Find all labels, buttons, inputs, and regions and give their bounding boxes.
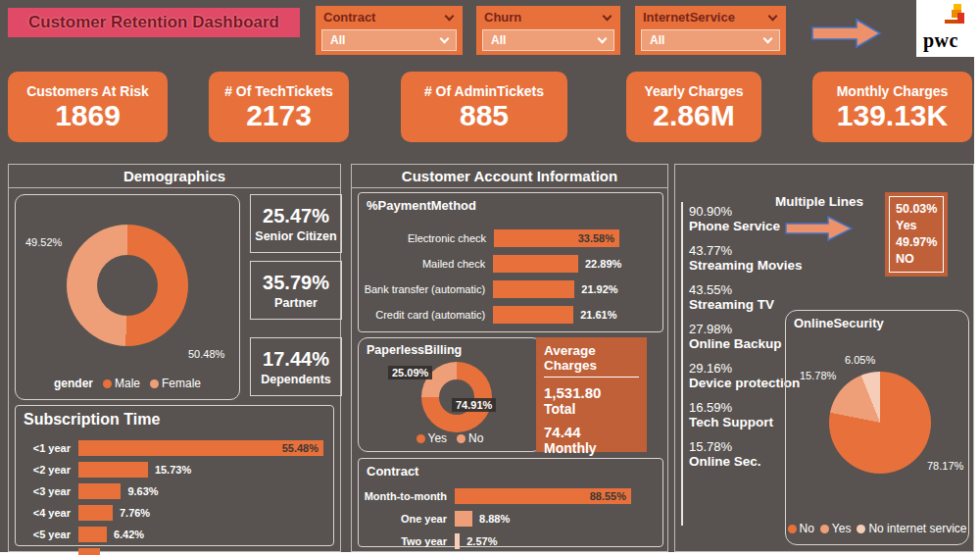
bar-category: <2 year — [22, 464, 78, 476]
dashboard: Customer Retention Dashboard Contract Al… — [0, 0, 974, 552]
bar[interactable]: 55.48% — [78, 440, 323, 456]
service-label: Phone Service — [689, 219, 803, 234]
legend-item-no-internet[interactable]: No internet service — [857, 522, 966, 535]
legend-item-no[interactable]: No — [457, 431, 483, 445]
filter-internetservice-select[interactable]: All — [641, 29, 780, 51]
chevron-down-icon[interactable] — [603, 11, 612, 21]
chevron-down-icon[interactable] — [768, 11, 778, 21]
legend-dot-icon — [820, 525, 829, 533]
paperless-legend: Yes No — [359, 431, 541, 445]
filter-contract[interactable]: Contract All — [316, 6, 463, 55]
pwc-logo-mark-icon — [941, 4, 966, 27]
pie-label-no-internet: 6.05% — [845, 354, 875, 366]
kpi-label: # Of TechTickets — [224, 83, 333, 99]
bar-value: 8.88% — [479, 513, 510, 525]
legend-item-no[interactable]: No — [788, 522, 814, 535]
legend-dot-icon — [788, 525, 797, 533]
kpi-admin-tickets: # Of AdminTickets 885 — [401, 72, 567, 142]
stat-label: Senior Citizen — [255, 229, 336, 243]
filter-value: All — [650, 33, 664, 47]
bar[interactable] — [493, 255, 578, 273]
pie-label-no: 78.17% — [927, 460, 963, 472]
bar[interactable] — [78, 483, 121, 499]
service-item: 90.90% Phone Service — [689, 204, 803, 234]
bar-row: <1 year 55.48% — [22, 437, 327, 459]
kpi-monthly-charges: Monthly Charges 139.13K — [812, 72, 972, 142]
bar[interactable] — [455, 511, 472, 527]
ml-yes-value: 50.03% — [896, 201, 937, 218]
bar-value: 6.42% — [114, 529, 144, 540]
donut-label-yes: 74.91% — [452, 398, 496, 412]
bar-value: 2.57% — [466, 535, 497, 547]
chevron-down-icon[interactable] — [440, 34, 450, 44]
avg-total-label: Total — [544, 401, 639, 417]
chevron-down-icon[interactable] — [598, 34, 608, 44]
legend-dot-icon — [857, 525, 865, 533]
bar[interactable] — [455, 533, 460, 549]
bar-category: <1 year — [22, 442, 78, 454]
bar-category: Credit card (automatic) — [361, 309, 493, 321]
bar-value: 33.58% — [578, 232, 614, 244]
subscription-time-card: Subscription Time <1 year 55.48% <2 year… — [15, 405, 334, 546]
online-security-card: OnlineSecurity 6.05% 15.78% 78.17% No Ye… — [785, 310, 969, 545]
bar[interactable]: 88.55% — [455, 488, 631, 504]
filter-contract-select[interactable]: All — [321, 29, 457, 51]
multiple-lines-box: 50.03% Yes 49.97% NO — [885, 192, 948, 277]
filter-label: Churn — [484, 10, 521, 25]
donut-hole — [97, 255, 158, 316]
legend-item-female[interactable]: Female — [150, 377, 201, 390]
legend-dot-icon — [457, 434, 466, 443]
service-value: 43.77% — [689, 243, 803, 258]
bar-category: Two year — [361, 535, 455, 547]
chevron-down-icon[interactable] — [763, 34, 773, 44]
bar-row: <6year 4.98% — [22, 545, 327, 555]
bar-value: 7.76% — [120, 507, 150, 519]
filter-internetservice[interactable]: InternetService All — [635, 6, 786, 55]
filter-value: All — [491, 33, 506, 47]
bar-row: <2 year 15.73% — [22, 459, 327, 480]
filter-churn-header[interactable]: Churn — [476, 6, 620, 25]
bar[interactable] — [78, 527, 107, 542]
filter-contract-header[interactable]: Contract — [316, 6, 463, 25]
ml-no-label: NO — [896, 251, 937, 268]
bar[interactable] — [78, 548, 100, 555]
bar-row: <5 year 6.42% — [22, 524, 327, 545]
service-label: Streaming Movies — [689, 258, 803, 274]
legend-item-yes[interactable]: Yes — [416, 431, 448, 445]
legend-item-male[interactable]: Male — [103, 377, 140, 390]
kpi-value: 139.13K — [837, 101, 948, 130]
service-item: 43.77% Streaming Movies — [689, 243, 803, 274]
page-title: Customer Retention Dashboard — [8, 8, 300, 37]
header-arrow-icon — [811, 18, 882, 53]
chevron-down-icon[interactable] — [445, 11, 455, 21]
filter-internetservice-header[interactable]: InternetService — [635, 6, 786, 25]
kpi-value: 885 — [460, 101, 509, 130]
bar-category: Month-to-month — [361, 490, 455, 502]
kpi-value: 1869 — [55, 101, 121, 130]
payment-method-card: %PaymentMethod Electronic check 33.58% M… — [358, 192, 663, 332]
online-security-pie[interactable] — [829, 372, 931, 474]
panel-demographics: Demographics 49.52% 50.48% gender Male F… — [8, 164, 341, 552]
bar[interactable] — [78, 505, 113, 521]
bar[interactable] — [78, 462, 148, 478]
bar[interactable]: 33.58% — [494, 229, 619, 247]
filter-churn-select[interactable]: All — [482, 29, 614, 51]
kpi-customers-at-risk: Customers At Risk 1869 — [8, 72, 168, 142]
panel-services: Multiple Lines 50.03% Yes 49.97% NO 90.9… — [674, 164, 974, 552]
filter-value: All — [330, 33, 345, 47]
bar-value: 4.98% — [107, 550, 137, 555]
services-axis-line — [681, 202, 683, 526]
bar[interactable] — [493, 306, 573, 324]
legend-title: gender — [54, 377, 93, 390]
service-value: 90.90% — [689, 204, 803, 219]
bar-row: Credit card (automatic) 21.61% — [361, 302, 659, 328]
legend-item-yes[interactable]: Yes — [820, 522, 852, 535]
bar-row: Electronic check 33.58% — [361, 226, 659, 251]
filter-churn[interactable]: Churn All — [476, 6, 620, 55]
contract-card: Contract Month-to-month 88.55% One year … — [358, 458, 663, 547]
stat-dependents: 17.44% Dependents — [250, 337, 342, 396]
kpi-yearly-charges: Yearly Charges 2.86M — [626, 72, 761, 142]
gender-donut[interactable] — [67, 225, 188, 346]
bar[interactable] — [493, 280, 574, 298]
donut-label-male: 50.48% — [188, 348, 224, 360]
